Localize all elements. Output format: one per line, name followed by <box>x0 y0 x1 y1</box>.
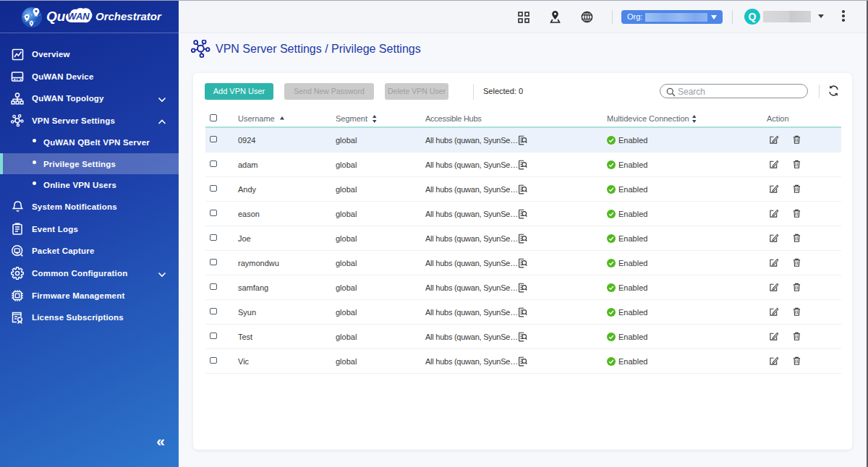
svg-text:WAN: WAN <box>67 11 90 22</box>
